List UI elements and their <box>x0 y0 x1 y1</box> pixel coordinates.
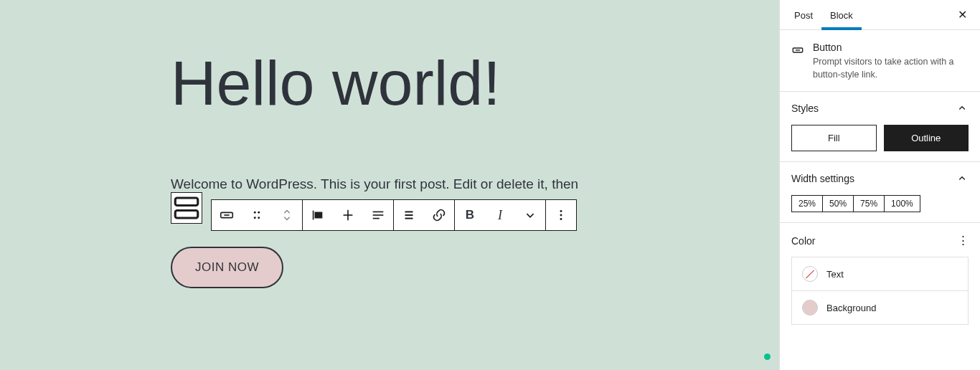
svg-point-5 <box>258 212 260 214</box>
width-options: 25% 50% 75% 100% <box>791 195 920 212</box>
button-block-icon <box>791 42 804 59</box>
svg-rect-9 <box>315 212 321 217</box>
width-75[interactable]: 75% <box>854 196 885 212</box>
editor-canvas: Hello world! Welcome to WordPress. This … <box>0 0 779 370</box>
color-items: Text Background <box>791 257 969 325</box>
block-type-button-icon[interactable] <box>212 200 242 230</box>
color-item-background-label: Background <box>826 303 876 313</box>
svg-point-18 <box>560 210 562 212</box>
align-left-icon[interactable] <box>303 200 333 230</box>
panel-width-title: Width settings <box>791 173 854 184</box>
italic-button[interactable]: I <box>485 200 515 230</box>
width-25[interactable]: 25% <box>792 196 823 212</box>
svg-point-6 <box>254 217 256 219</box>
panel-width: Width settings 25% 50% 75% 100% <box>780 162 980 223</box>
button-block[interactable]: JOIN NOW <box>171 247 283 288</box>
bold-button[interactable]: B <box>455 200 485 230</box>
chevron-up-icon <box>956 102 969 115</box>
tab-post[interactable]: Post <box>786 0 821 29</box>
style-fill[interactable]: Fill <box>791 125 877 151</box>
sidebar-tabs: Post Block ✕ <box>780 0 980 30</box>
color-item-background[interactable]: Background <box>792 290 968 324</box>
tab-block[interactable]: Block <box>821 0 862 29</box>
width-50[interactable]: 50% <box>823 196 854 212</box>
options-icon[interactable] <box>546 200 576 230</box>
svg-point-19 <box>560 214 562 217</box>
panel-color-title: Color <box>791 235 815 247</box>
parent-block-button[interactable] <box>171 192 202 224</box>
more-formats-icon[interactable] <box>515 200 545 230</box>
svg-rect-1 <box>175 211 198 219</box>
post-title[interactable]: Hello world! <box>171 52 779 115</box>
link-icon[interactable] <box>424 200 454 230</box>
block-header: Button Prompt visitors to take action wi… <box>780 30 980 92</box>
presence-indicator-icon <box>764 354 771 360</box>
chevron-up-icon <box>956 172 969 185</box>
swatch-text-icon <box>802 266 818 282</box>
color-item-text[interactable]: Text <box>792 257 968 290</box>
text-align-icon[interactable] <box>363 200 393 230</box>
move-updown-icon[interactable] <box>272 200 302 230</box>
panel-styles-title: Styles <box>791 103 819 114</box>
style-options: Fill Outline <box>791 125 969 151</box>
color-item-text-label: Text <box>826 269 844 280</box>
panel-width-toggle[interactable]: Width settings <box>791 172 969 185</box>
color-options-icon[interactable]: ⋮ <box>957 233 969 248</box>
panel-styles: Styles Fill Outline <box>780 92 980 162</box>
width-icon[interactable] <box>394 200 424 230</box>
panel-color: Color ⋮ Text Background <box>780 223 980 335</box>
block-description: Prompt visitors to take action with a bu… <box>813 56 969 81</box>
post-paragraph[interactable]: Welcome to WordPress. This is your first… <box>171 176 779 192</box>
align-center-icon[interactable] <box>333 200 363 230</box>
panel-color-head[interactable]: Color ⋮ <box>791 233 969 248</box>
svg-rect-0 <box>175 198 198 206</box>
settings-sidebar: Post Block ✕ Button Prompt visitors to t… <box>779 0 980 370</box>
block-toolbar: B I <box>211 199 577 231</box>
close-sidebar-icon[interactable]: ✕ <box>951 1 974 29</box>
panel-styles-toggle[interactable]: Styles <box>791 102 969 115</box>
width-100[interactable]: 100% <box>885 196 920 212</box>
svg-point-4 <box>254 212 256 214</box>
swatch-background-icon <box>802 300 818 316</box>
drag-handle-icon[interactable] <box>242 200 272 230</box>
svg-point-20 <box>560 218 562 220</box>
block-title-label: Button <box>813 42 969 53</box>
svg-point-7 <box>258 217 260 219</box>
style-outline[interactable]: Outline <box>884 125 969 151</box>
